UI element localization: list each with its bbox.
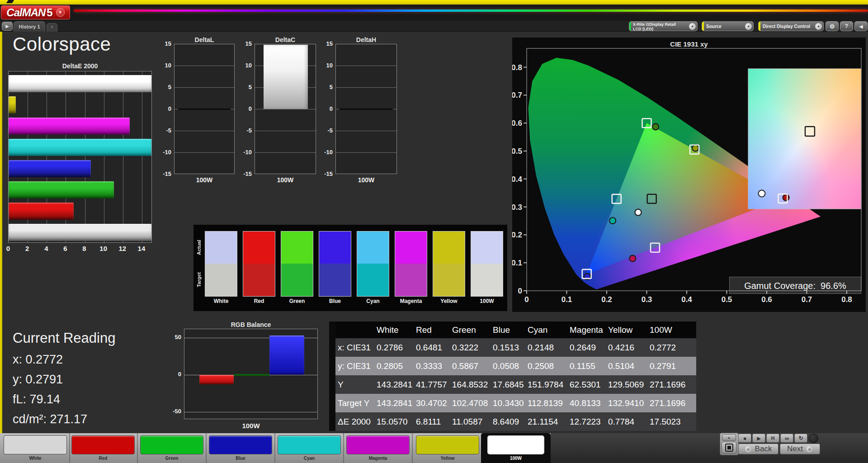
record-disabled-button[interactable]	[809, 434, 818, 443]
stop-pattern-button[interactable]	[722, 442, 736, 454]
pattern-cell[interactable]: Green	[140, 433, 203, 463]
pattern-cell[interactable]: Yellow	[416, 433, 479, 463]
pattern-label: 100W	[481, 456, 551, 461]
pattern-cell[interactable]: Blue	[209, 433, 272, 463]
title-bar: CalMAN 5 ▼	[0, 5, 868, 21]
pattern-swatch-blue[interactable]	[209, 435, 272, 454]
reading-fL: fL: 79.14	[13, 392, 60, 406]
gridline	[255, 131, 316, 131]
rgb-bar-red	[199, 375, 234, 384]
pattern-swatch-white[interactable]	[4, 435, 67, 454]
deltae-bar-magenta	[9, 118, 130, 135]
svg-text:0.4: 0.4	[681, 295, 692, 304]
gridline	[184, 412, 317, 412]
table-row: x: CIE310.27860.64810.32220.15130.21480.…	[335, 338, 696, 357]
pattern-cell[interactable]: Magenta	[346, 433, 410, 463]
svg-text:0.5: 0.5	[722, 295, 732, 304]
table-cell: 0.3222	[450, 338, 491, 357]
table-cell: 62.5301	[567, 375, 606, 394]
pause-read-button[interactable]: H	[766, 434, 779, 443]
cie-chart-svg: 00.10.20.30.40.50.60.70.800.10.20.30.40.…	[512, 38, 866, 312]
pattern-cell[interactable]: White	[4, 433, 67, 463]
deltae-bar-green	[9, 181, 114, 198]
pattern-separator	[343, 433, 344, 463]
pattern-swatch-green[interactable]	[140, 435, 203, 454]
table-cell: 0.2791	[647, 357, 696, 375]
swatch-outline	[395, 231, 427, 297]
rgb-tick-label: -50	[165, 408, 181, 415]
meter-dropdown[interactable]: X-Rite i1Display Retail LCD (LED) ▼	[629, 21, 698, 31]
rgb-balance-xlabel: 100W	[184, 422, 318, 430]
table-cell: 271.1696	[647, 394, 696, 412]
stop-icon: ■	[743, 436, 746, 441]
workflow-play-button[interactable]: ▶	[2, 22, 13, 31]
pattern-cell[interactable]: Red	[71, 433, 135, 463]
display-label: Direct Display Control	[763, 22, 810, 32]
pause-icon: H	[771, 435, 775, 441]
play-read-button[interactable]: ▶	[752, 434, 765, 443]
pattern-swatch-yellow[interactable]	[416, 435, 479, 454]
table-cell: 143.2841	[374, 375, 414, 394]
svg-text:0.1: 0.1	[512, 259, 522, 267]
svg-text:0.5: 0.5	[512, 147, 522, 156]
gridline	[336, 66, 396, 66]
swatch-outline	[471, 231, 503, 297]
pattern-swatch-cyan[interactable]	[278, 435, 341, 454]
svg-text:0.6: 0.6	[512, 119, 522, 128]
play-icon: ▶	[6, 24, 9, 28]
table-cell: 0.2508	[525, 357, 567, 375]
refresh-read-button[interactable]: ↻	[794, 434, 807, 443]
cie-1931-panel: CIE 1931 xy Gamut Coverage: 96.6% 00.10.…	[512, 38, 866, 312]
y-tick-label: -5	[154, 127, 171, 134]
deltae-bar-white	[9, 75, 151, 92]
app-logo[interactable]: CalMAN 5 ▼	[1, 5, 70, 19]
table-cell: 0.2805	[374, 357, 414, 375]
continuous-read-button[interactable]: ∞	[780, 434, 793, 443]
tab-history[interactable]: History 1	[14, 21, 45, 32]
pattern-swatch-100w[interactable]	[487, 435, 544, 454]
source-dropdown[interactable]: Source ▼	[702, 21, 754, 31]
y-tick-label: -10	[316, 149, 333, 156]
actual-target-swatch-panel: ActualTargetWhiteRedGreenBlueCyanMagenta…	[193, 225, 507, 311]
display-control-dropdown[interactable]: Direct Display Control ▼	[758, 21, 824, 31]
svg-text:0.8: 0.8	[512, 63, 522, 72]
pattern-swatch-magenta[interactable]	[346, 435, 410, 454]
help-button[interactable]: ?	[840, 21, 853, 31]
table-cell: 0.1513	[491, 338, 525, 357]
table-cell: 0.2772	[647, 338, 696, 357]
table-header-cell: Yellow	[606, 321, 647, 338]
target-row-label: Target	[195, 264, 203, 296]
table-cell: 0.7784	[606, 412, 647, 431]
page-title: Colorspace	[13, 33, 111, 55]
table-cell: 143.2841	[374, 394, 414, 412]
pattern-cell-selected[interactable]: 100W	[481, 433, 551, 463]
pattern-separator	[274, 433, 275, 463]
y-tick-label: 15	[235, 40, 252, 47]
infinity-icon: ∞	[785, 435, 789, 442]
y-tick-label: 10	[316, 62, 333, 69]
stop-read-button[interactable]: ■	[738, 434, 751, 443]
logo-dropdown-icon[interactable]: ▼	[56, 8, 65, 17]
new-tab-button[interactable]: +	[47, 23, 57, 32]
deltac-bar-100w	[264, 45, 308, 109]
deltae-chart	[8, 71, 152, 243]
y-tick-label: -15	[235, 170, 252, 177]
zero-value-bar	[340, 109, 393, 110]
table-header-cell: Cyan	[525, 321, 567, 338]
meter-label-line1: X-Rite i1Display Retail	[633, 22, 676, 27]
y-tick-label: -10	[235, 149, 252, 156]
eject-button[interactable]: ▲	[722, 434, 736, 441]
swatch-column-label: Magenta	[392, 298, 430, 304]
back-button[interactable]: « Back	[738, 444, 778, 454]
table-cell: 0.5104	[606, 357, 647, 375]
svg-text:0.3: 0.3	[512, 203, 522, 212]
collapse-panel-button[interactable]: ◀	[854, 21, 868, 31]
table-cell: 112.8139	[525, 394, 567, 412]
settings-button[interactable]: ⚙	[826, 21, 839, 31]
gridline	[175, 131, 234, 131]
pattern-cell[interactable]: Cyan	[278, 433, 341, 463]
svg-text:0.1: 0.1	[561, 295, 572, 304]
next-button[interactable]: Next »	[780, 444, 820, 454]
swatch-outline	[319, 231, 351, 297]
pattern-swatch-red[interactable]	[71, 435, 135, 454]
